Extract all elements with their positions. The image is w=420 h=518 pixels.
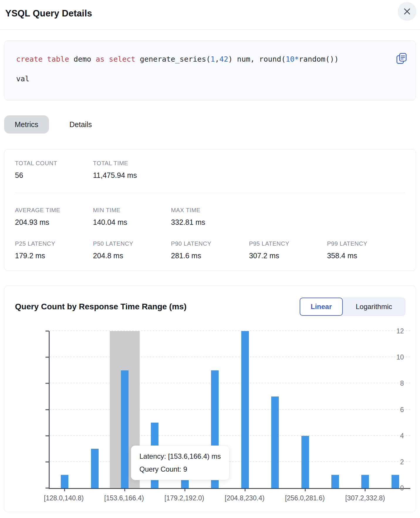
metric-label: P50 LATENCY [93,240,171,247]
metric-p95-latency: P95 LATENCY 307.2 ms [249,240,327,260]
metric-p25-latency: P25 LATENCY 179.2 ms [15,240,93,260]
metrics-row-totals: TOTAL COUNT 56 TOTAL TIME 11,475.94 ms [15,160,405,180]
bar[interactable] [301,436,309,488]
bar-slot [80,331,109,488]
metrics-row-times: AVERAGE TIME 204.93 ms MIN TIME 140.04 m… [15,207,405,227]
sql-token: demo [69,55,96,63]
metric-total-count: TOTAL COUNT 56 [15,160,93,180]
metric-label: P25 LATENCY [15,240,93,247]
y-tick-mark [45,435,49,436]
metric-p50-latency: P50 LATENCY 204.8 ms [93,240,171,260]
bar[interactable] [91,449,99,488]
linear-button[interactable]: Linear [300,298,343,316]
sql-token: ) num, round( [228,55,286,63]
metric-value: 358.4 ms [327,252,405,260]
metric-label: TOTAL COUNT [15,160,93,167]
sql-line-1: create table demo as select generate_ser… [16,55,380,63]
bar[interactable] [361,475,369,488]
close-button[interactable] [398,2,416,21]
logarithmic-button[interactable]: Logarithmic [343,298,405,316]
x-tick-label: [179.2,192.0) [164,494,204,502]
dialog-title: YSQL Query Details [5,8,415,19]
y-tick-mark [45,383,49,384]
y-tick-mark [45,488,49,489]
bar[interactable] [271,396,279,488]
tooltip-query-count: Query Count: 9 [139,465,221,473]
metric-p99-latency: P99 LATENCY 358.4 ms [327,240,405,260]
sql-token: create table [16,55,69,63]
bar-slot [380,331,410,488]
sql-token: random()) [299,55,338,63]
metric-max-time: MAX TIME 332.81 ms [171,207,249,227]
metric-label: AVERAGE TIME [15,207,93,214]
sql-token: , [215,55,219,63]
tab-metrics[interactable]: Metrics [4,115,49,134]
tooltip-latency: Latency: [153.6,166.4) ms [139,452,221,460]
bar[interactable] [121,370,129,488]
scale-toggle: Linear Logarithmic [300,298,405,316]
metric-value: 56 [15,171,93,180]
bar-slot [290,331,320,488]
metric-label: P95 LATENCY [249,240,327,247]
metrics-divider [15,193,405,193]
metric-value: 307.2 ms [249,252,327,260]
bar-slot [260,331,290,488]
metric-value: 332.81 ms [171,218,249,227]
bar-slot [230,331,260,488]
sql-line-2: val [16,75,380,83]
bar-chart: 024681012 [128.0,140.8)[153.6,166.4)[179… [49,331,410,504]
y-tick-mark [45,461,49,462]
bar[interactable] [61,475,68,488]
bar-slot [50,331,80,488]
metric-label: P90 LATENCY [171,240,249,247]
chart-header: Query Count by Response Time Range (ms) … [15,298,410,316]
x-axis-labels: [128.0,140.8)[153.6,166.4)[179.2,192.0)[… [49,489,410,504]
bar-slot [320,331,350,488]
sql-token: 1 [210,55,215,63]
bar[interactable] [392,475,399,488]
x-tick-label: [128.0,140.8) [44,494,84,502]
plot-area: 024681012 [49,331,410,489]
sql-token: 10 [286,55,294,63]
chart-title: Query Count by Response Time Range (ms) [15,302,187,311]
metrics-panel: TOTAL COUNT 56 TOTAL TIME 11,475.94 ms A… [4,149,416,271]
dialog-header: YSQL Query Details [0,0,420,30]
y-tick-mark [45,357,49,358]
x-tick-label: [153.6,166.4) [104,494,144,502]
sql-token: as select [96,55,135,63]
metric-label: MAX TIME [171,207,249,214]
metric-value: 11,475.94 ms [93,171,171,180]
metric-value: 179.2 ms [15,252,93,260]
chart-panel: Query Count by Response Time Range (ms) … [4,286,416,512]
metrics-row-latencies: P25 LATENCY 179.2 ms P50 LATENCY 204.8 m… [15,240,405,260]
x-tick-label: [204.8,230.4) [225,494,265,502]
metric-label: P99 LATENCY [327,240,405,247]
close-icon [403,7,411,16]
bar-slot [350,331,380,488]
metric-p90-latency: P90 LATENCY 281.6 ms [171,240,249,260]
metric-value: 140.04 ms [93,218,171,227]
sql-token: generate_series( [135,55,210,63]
metric-value: 204.93 ms [15,218,93,227]
chart-tooltip: Latency: [153.6,166.4) ms Query Count: 9 [131,446,230,480]
metric-value: 204.8 ms [93,252,171,260]
y-tick-mark [45,331,49,332]
sql-query-block: create table demo as select generate_ser… [4,41,416,100]
metric-average-time: AVERAGE TIME 204.93 ms [15,207,93,227]
tab-bar: Metrics Details [4,115,416,134]
tab-details[interactable]: Details [59,115,102,134]
metric-label: TOTAL TIME [93,160,171,167]
metric-value: 281.6 ms [171,252,249,260]
sql-token: * [294,55,299,63]
bar[interactable] [331,475,339,488]
dialog-body: create table demo as select generate_ser… [0,41,420,512]
metric-min-time: MIN TIME 140.04 ms [93,207,171,227]
bar[interactable] [241,331,249,488]
sql-token: 42 [219,55,228,63]
copy-icon [395,52,408,65]
x-tick-label: [307.2,332.8) [345,494,385,502]
metric-total-time: TOTAL TIME 11,475.94 ms [93,160,171,180]
x-tick-label: [256.0,281.6) [285,494,325,502]
y-tick-mark [45,409,49,410]
copy-button[interactable] [395,52,408,65]
